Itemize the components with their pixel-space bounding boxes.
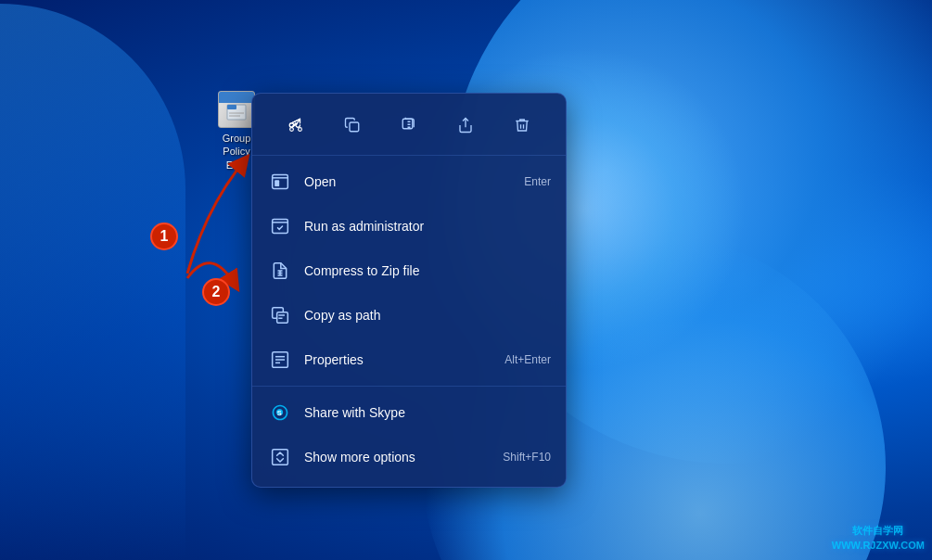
svg-point-6: [298, 128, 301, 132]
menu-item-properties[interactable]: Properties Alt+Enter: [252, 337, 566, 382]
badge-2: 2: [202, 278, 230, 306]
menu-item-more-options-shortcut: Shift+F10: [503, 451, 551, 464]
menu-item-run-as-admin[interactable]: Run as administrator: [252, 204, 566, 248]
svg-rect-13: [274, 180, 279, 186]
menu-item-open-shortcut: Enter: [524, 175, 551, 188]
menu-item-more-options-label: Show more options: [304, 450, 488, 465]
context-menu: Open Enter Run as administrator Compres: [251, 93, 567, 488]
skype-icon: S: [267, 400, 293, 426]
menu-divider-1: [252, 386, 566, 387]
menu-item-show-more-options[interactable]: Show more options Shift+F10: [252, 435, 566, 479]
menu-item-properties-label: Properties: [304, 352, 490, 367]
svg-rect-20: [277, 312, 288, 324]
menu-item-skype-label: Share with Skype: [304, 405, 551, 420]
menu-item-compress-zip[interactable]: Compress to Zip file: [252, 248, 566, 293]
zip-icon: [267, 258, 293, 284]
svg-rect-12: [273, 175, 288, 189]
svg-rect-1: [227, 105, 236, 109]
toolbar-copy-button[interactable]: [336, 108, 369, 142]
menu-item-share-skype[interactable]: S Share with Skype: [252, 390, 566, 435]
open-icon: [267, 169, 293, 195]
properties-icon: [267, 347, 293, 373]
svg-rect-14: [273, 220, 288, 234]
toolbar-paste-special-button[interactable]: [392, 108, 426, 142]
menu-item-admin-label: Run as administrator: [304, 219, 551, 234]
context-menu-toolbar: [252, 101, 566, 156]
svg-rect-26: [273, 450, 288, 465]
menu-item-properties-shortcut: Alt+Enter: [504, 353, 551, 366]
show-more-icon: [267, 444, 293, 470]
menu-item-copy-path-label: Copy as path: [304, 308, 551, 323]
paste-special-icon: [401, 117, 417, 134]
copy-path-icon: [267, 302, 293, 328]
menu-item-open[interactable]: Open Enter: [252, 159, 566, 204]
badge-1: 1: [150, 223, 178, 250]
menu-item-compress-label: Compress to Zip file: [304, 263, 551, 278]
delete-icon: [514, 117, 530, 134]
menu-item-copy-as-path[interactable]: Copy as path: [252, 293, 566, 337]
toolbar-cut-button[interactable]: [279, 108, 313, 142]
copy-icon: [344, 117, 361, 134]
menu-item-open-label: Open: [304, 174, 509, 189]
toolbar-share-button[interactable]: [449, 108, 482, 142]
svg-rect-9: [350, 122, 359, 132]
svg-point-5: [289, 128, 293, 132]
svg-text:S: S: [277, 409, 282, 417]
toolbar-delete-button[interactable]: [505, 108, 539, 142]
file-icon-svg: [225, 103, 248, 121]
watermark: 软件自学网 WWW.RJZXW.COM: [832, 524, 925, 553]
desktop-icon-image: [218, 91, 255, 128]
share-icon: [457, 117, 474, 134]
admin-icon: [267, 213, 293, 239]
cut-icon: [287, 117, 304, 134]
